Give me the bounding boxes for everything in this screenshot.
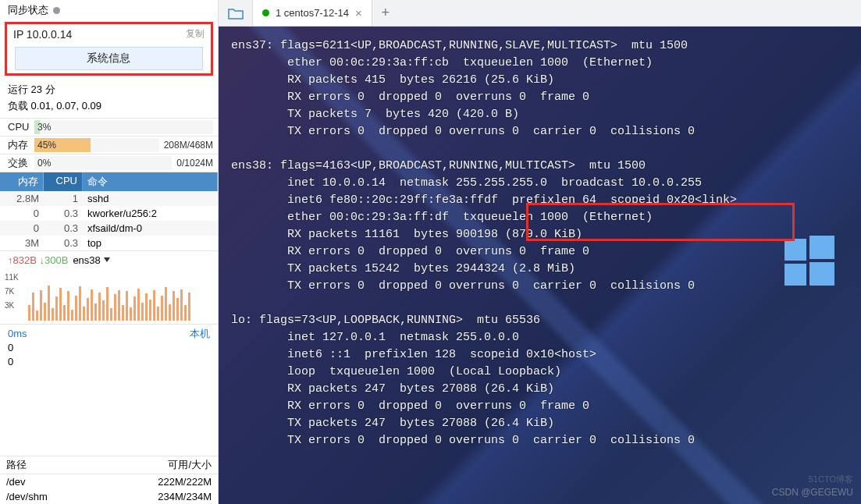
close-icon[interactable]: × [355, 6, 362, 20]
table-row[interactable]: /dev/shm234M/234M [0, 489, 218, 504]
cpu-label: CPU [8, 121, 34, 133]
latency-ms: 0ms [8, 327, 27, 341]
table-row[interactable]: 00.3kworker/u256:2 [0, 206, 218, 221]
tab-bar: 1 centos7-12-14 × + [219, 0, 861, 27]
ip-info-box: IP 10.0.0.14 复制 系统信息 [5, 22, 213, 76]
process-list: 2.8M1sshd00.3kworker/u256:200.3xfsaild/d… [0, 191, 218, 250]
mem-percent: 45% [34, 140, 56, 151]
disk-header-size[interactable]: 可用/大小 [132, 456, 218, 474]
terminal-output: ens37: flags=6211<UP,BROADCAST,RUNNING,S… [219, 27, 861, 504]
status-dot-icon [262, 9, 269, 16]
watermark-text: 51CTO博客 [809, 474, 853, 485]
latency-target[interactable]: 本机 [190, 327, 210, 370]
swap-label: 交换 [8, 156, 34, 170]
latency-block: 0ms 0 0 本机 [0, 324, 218, 372]
mem-label: 内存 [8, 138, 34, 152]
cpu-row: CPU 3% [0, 118, 218, 136]
folder-icon[interactable] [219, 0, 253, 26]
mem-values: 208M/468M [164, 140, 213, 151]
table-row[interactable]: 2.8M1sshd [0, 191, 218, 206]
terminal[interactable]: ens37: flags=6211<UP,BROADCAST,RUNNING,S… [219, 27, 861, 504]
chevron-down-icon [104, 257, 110, 262]
table-row[interactable]: 00.3xfsaild/dm-0 [0, 221, 218, 236]
runtime-block: 运行 23 分 负载 0.01, 0.07, 0.09 [0, 79, 218, 118]
swap-values: 0/1024M [176, 158, 213, 169]
watermark-text: CSDN @GEGEWU [772, 487, 853, 498]
network-row: ↑832B ↓300B ens38 [0, 250, 218, 269]
disk-header: 路径 可用/大小 [0, 456, 218, 474]
net-interface-selector[interactable]: ens38 [73, 254, 109, 266]
net-download: ↓300B [40, 254, 69, 266]
mem-row: 内存 45% 208M/468M [0, 136, 218, 154]
status-dot-icon [53, 7, 60, 14]
proc-header-mem[interactable]: 内存 [0, 172, 44, 191]
sync-status-row: 同步状态 [0, 0, 218, 20]
tab-active[interactable]: 1 centos7-12-14 × [253, 0, 372, 26]
swap-row: 交换 0% 0/1024M [0, 154, 218, 172]
ip-address: IP 10.0.0.14 [13, 28, 72, 41]
system-info-button[interactable]: 系统信息 [15, 47, 202, 70]
copy-link[interactable]: 复制 [186, 27, 205, 41]
sidebar: 同步状态 IP 10.0.0.14 复制 系统信息 运行 23 分 负载 0.0… [0, 0, 219, 504]
uptime-text: 运行 23 分 [8, 82, 210, 98]
proc-header-cmd[interactable]: 命令 [83, 172, 218, 191]
disk-list: /dev222M/222M/dev/shm234M/234M [0, 474, 218, 504]
load-text: 负载 0.01, 0.07, 0.09 [8, 98, 210, 115]
main-area: 1 centos7-12-14 × + ens37: flags=6211<UP… [219, 0, 861, 504]
table-row[interactable]: /dev222M/222M [0, 474, 218, 489]
proc-header-cpu[interactable]: CPU [44, 172, 83, 191]
table-row[interactable]: 3M0.3top [0, 236, 218, 250]
net-upload: ↑832B [8, 254, 37, 266]
add-tab-button[interactable]: + [372, 0, 399, 26]
network-sparkline: 11K 7K 3K [0, 269, 218, 324]
sync-status-label: 同步状态 [8, 3, 48, 17]
cpu-percent: 3% [34, 122, 51, 133]
process-header: 内存 CPU 命令 [0, 172, 218, 191]
tab-title: 1 centos7-12-14 [276, 7, 349, 19]
disk-header-path[interactable]: 路径 [0, 456, 132, 474]
swap-percent: 0% [34, 158, 51, 169]
